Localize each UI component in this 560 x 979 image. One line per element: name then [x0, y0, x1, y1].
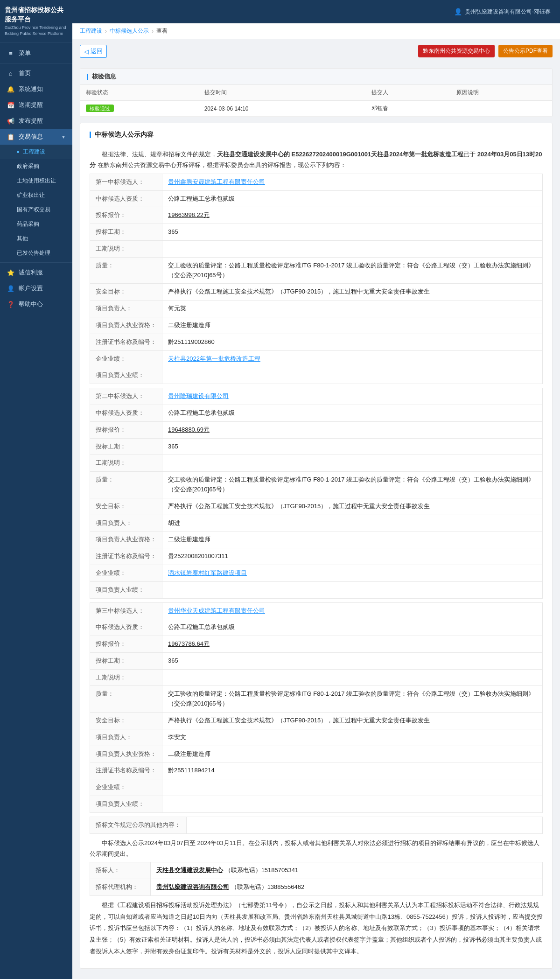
c2-title-label: 第二中标候选人： [90, 388, 162, 405]
c2-qual-row: 中标候选人资质： 公路工程施工总承包贰级 [90, 405, 543, 421]
other-table: 招标文件规定公示的其他内容： [90, 817, 543, 834]
c1-period-note-row: 工期说明： [90, 240, 543, 257]
active-dot [17, 151, 19, 153]
c2-pm: 胡进 [162, 515, 543, 531]
breadcrumb-sep-1: › [105, 28, 107, 35]
c1-cert: 黔251119002860 [162, 334, 543, 350]
verify-row: 核验通过 2024-03-06 14:10 邓钰春 [80, 101, 552, 117]
tenderer-row: 招标人： 天柱县交通建设发展中心 （联系电话）15185705341 [90, 862, 543, 879]
c2-pmbusiness-label: 项目负责人业绩： [90, 581, 162, 598]
c3-price-row: 投标报价： 19673786.64元 [90, 636, 543, 653]
verify-table: 标验状态 提交时间 提交人 原因说明 核验通过 2024-03-06 14:10… [80, 85, 552, 117]
sidebar-sublabel-published: 已发公告处理 [17, 249, 50, 257]
sidebar-item-home[interactable]: ⌂ 首页 [0, 65, 72, 81]
sidebar-subitem-government[interactable]: 政府采购 [0, 159, 72, 174]
platform-title-en: GuiZhou Province Tendering and Bidding P… [5, 25, 68, 36]
user-info: 👤 贵州弘燊建设咨询有限公司-邓钰春 [454, 8, 551, 16]
public-resource-button[interactable]: 黔东南州公共资源交易中心 [418, 45, 495, 57]
sidebar-subitem-mineral[interactable]: 矿业权出让 [0, 188, 72, 203]
c2-safety: 严格执行《公路工程施工安全技术规范》（JTGF90-2015），施工过程中无重大… [162, 498, 543, 515]
sidebar-item-transaction[interactable]: 📋 交易信息 ▼ [0, 129, 72, 145]
sidebar-item-user-settings[interactable]: 👤 帐户设置 [0, 280, 72, 296]
c1-qual: 公路工程施工总承包贰级 [162, 190, 543, 207]
sidebar-subitem-land[interactable]: 土地使用权出让 [0, 174, 72, 188]
content-card: 中标候选人公示内容 根据法律、法规、规章和招标文件的规定，天柱县交通建设发展中心… [80, 123, 553, 969]
c1-pmqual-row: 项目负责人执业资格： 二级注册建造师 [90, 317, 543, 334]
agency-contact: （联系电话）13885556462 [231, 883, 305, 890]
c2-quality-label: 质量： [90, 472, 162, 498]
chevron-down-icon: ▼ [61, 134, 66, 140]
back-button[interactable]: ◁ 返回 [80, 45, 107, 58]
c3-safety: 严格执行《公路工程施工安全技术规范》（JTGF90-2015），施工过程中无重大… [162, 713, 543, 729]
c2-pm-label: 项目负责人： [90, 515, 162, 531]
c2-period-label: 投标工期： [90, 438, 162, 455]
sidebar-sublabel-state-assets: 国有产权交易 [17, 206, 50, 214]
agency-name: 贵州弘燊建设咨询有限公司 [156, 883, 229, 890]
sidebar-subitem-other[interactable]: 其他 [0, 231, 72, 246]
sidebar-item-credit[interactable]: ⭐ 诚信利服 [0, 265, 72, 280]
breadcrumb-item-1[interactable]: 工程建设 [80, 27, 102, 35]
breadcrumb-current: 查看 [156, 27, 168, 35]
verify-card-header: 核验信息 [80, 69, 552, 85]
verify-col-reason: 原因说明 [451, 85, 552, 101]
star-icon: ⭐ [7, 268, 15, 277]
c1-title-row: 第一中标候选人： 贵州鑫腾安晟建筑工程有限责任公司 [90, 174, 543, 190]
c2-pm-row: 项目负责人： 胡进 [90, 515, 543, 531]
c1-pmbusiness [162, 367, 543, 384]
c2-safety-label: 安全目标： [90, 498, 162, 515]
page-body: 黔东南州公共资源交易中心 公告公示PDF查看 ◁ 返回 核验信息 标验状态 提交… [72, 39, 560, 979]
tenderer-name: 天柱县交通建设发展中心 [156, 867, 223, 874]
sidebar-item-publish-reminder[interactable]: 📢 发布提醒 [0, 113, 72, 129]
c3-safety-label: 安全目标： [90, 713, 162, 729]
c1-pm: 何元英 [162, 301, 543, 317]
transaction-icon: 📋 [7, 133, 15, 141]
c3-price: 19673786.64元 [162, 636, 543, 653]
c3-qual-label: 中标候选人资质： [90, 619, 162, 636]
c3-business [162, 779, 543, 796]
other-label: 招标文件规定公示的其他内容： [90, 817, 187, 833]
c3-pmbusiness-label: 项目负责人业绩： [90, 796, 162, 813]
c3-period-label: 投标工期： [90, 652, 162, 669]
c2-qual-label: 中标候选人资质： [90, 405, 162, 421]
top-header: 👤 贵州弘燊建设咨询有限公司-邓钰春 [72, 0, 560, 23]
other-row: 招标文件规定公示的其他内容： [90, 817, 543, 833]
sidebar-item-bidding-reminder[interactable]: 📅 送期提醒 [0, 97, 72, 113]
sidebar-item-system-notice[interactable]: 🔔 系统通知 [0, 81, 72, 97]
sidebar-subitem-published[interactable]: 已发公告处理 [0, 246, 72, 260]
sidebar-item-help[interactable]: ❓ 帮助中心 [0, 296, 72, 312]
tenderer-label: 招标人： [90, 862, 151, 879]
verify-col-person: 提交人 [366, 85, 450, 101]
c3-title-row: 第三中标候选人： 贵州华业天成建筑工程有限责任公司 [90, 602, 543, 619]
pdf-view-button[interactable]: 公告公示PDF查看 [498, 45, 553, 57]
c1-business: 天柱县2022年第一批危桥改造工程 [162, 350, 543, 367]
sidebar-subitem-state-assets[interactable]: 国有产权交易 [0, 203, 72, 217]
agency-label: 招标代理机构： [90, 879, 151, 896]
sidebar-sublabel-medicine: 药品采购 [17, 220, 39, 228]
sidebar-subitem-engineering[interactable]: 工程建设 [0, 145, 72, 159]
content-section-title: 中标候选人公示内容 [90, 131, 543, 143]
sidebar-item-menu[interactable]: ≡ 菜单 [0, 45, 72, 61]
agency-row: 招标代理机构： 贵州弘燊建设咨询有限公司 （联系电话）13885556462 [90, 879, 543, 896]
sidebar-label-help: 帮助中心 [19, 300, 43, 308]
c3-qual: 公路工程施工总承包贰级 [162, 619, 543, 636]
c3-quality: 交工验收的质量评定：公路工程质量检验评定标准ITG F80-1-2017 竣工验… [162, 686, 543, 713]
breadcrumb-item-2[interactable]: 中标候选人公示 [110, 27, 149, 35]
c3-period: 365 [162, 652, 543, 669]
c1-price: 19663998.22元 [162, 207, 543, 224]
sidebar-label-menu: 菜单 [19, 49, 31, 57]
c2-pmbusiness-row: 项目负责人业绩： [90, 581, 543, 598]
c1-safety-label: 安全目标： [90, 284, 162, 301]
status-badge: 核验通过 [86, 105, 114, 112]
c2-safety-row: 安全目标： 严格执行《公路工程施工安全技术规范》（JTGF90-2015），施工… [90, 498, 543, 515]
sidebar-label-transaction: 交易信息 [19, 133, 43, 141]
action-buttons: 黔东南州公共资源交易中心 公告公示PDF查看 [418, 45, 553, 57]
c2-quality-row: 质量： 交工验收的质量评定：公路工程质量检验评定标准ITG F80-1-2017… [90, 472, 543, 498]
intro-highlight: 天柱县交通建设发展中心的 E522627202400019G001001天柱县2… [217, 151, 463, 158]
back-arrow-icon: ◁ [84, 48, 89, 55]
sidebar-sublabel-other: 其他 [17, 235, 28, 243]
platform-title-cn: 贵州省招标投标公共服务平台 [5, 6, 68, 24]
user-name: 贵州弘燊建设咨询有限公司-邓钰春 [465, 8, 551, 16]
c1-quality: 交工验收的质量评定：公路工程质量检验评定标准ITG F80-1-2017 竣工验… [162, 257, 543, 284]
sidebar-subitem-medicine[interactable]: 药品采购 [0, 217, 72, 231]
c2-business: 洒水镇岩寨村红军路建设项目 [162, 565, 543, 581]
